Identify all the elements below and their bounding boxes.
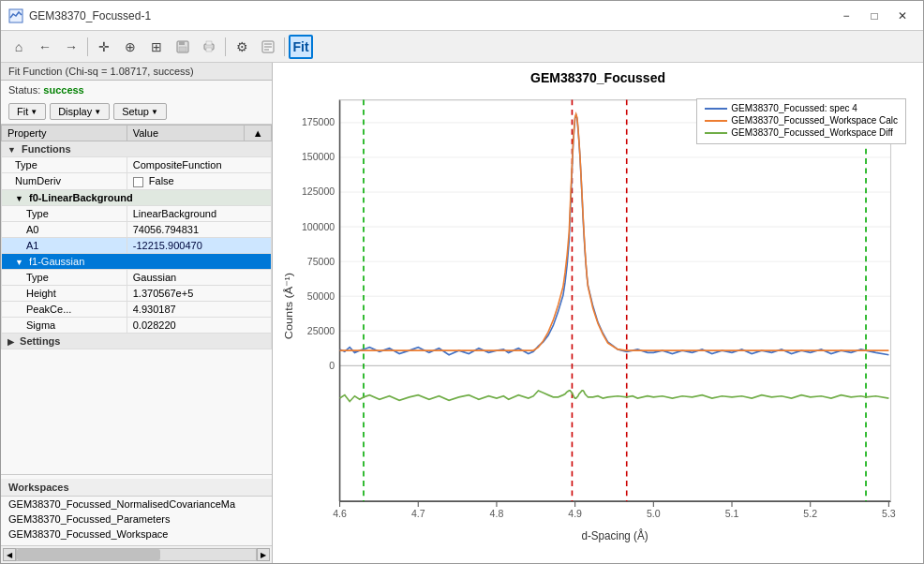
display-dropdown-arrow: ▼ — [94, 108, 101, 116]
status-row: Status: success — [1, 81, 272, 99]
toolbar-separator-1 — [87, 37, 88, 56]
property-table: Property Value ▲ — [1, 125, 272, 475]
fit-action-button[interactable]: Fit ▼ — [8, 103, 46, 120]
save-button[interactable] — [171, 35, 195, 59]
toolbar-separator-2 — [225, 37, 226, 56]
value-column-header: Value — [127, 126, 245, 141]
functions-section-header[interactable]: ▼ Functions — [2, 141, 272, 157]
settings-expand-icon: ▶ — [7, 337, 14, 347]
value-cell: Gaussian — [127, 269, 271, 285]
svg-text:175000: 175000 — [302, 116, 335, 128]
legend-item-diff: GEM38370_Focussed_Workspace Diff — [705, 127, 898, 138]
numderiv-checkbox[interactable] — [133, 177, 143, 187]
svg-text:5.3: 5.3 — [882, 508, 896, 520]
functions-expand-icon: ▼ — [7, 145, 16, 155]
svg-text:50000: 50000 — [307, 289, 335, 302]
scroll-left-button[interactable]: ◀ — [3, 548, 16, 561]
svg-text:d-Spacing (Å): d-Spacing (Å) — [581, 527, 648, 542]
chart-svg: 175000 150000 125000 100000 75000 50000 — [280, 89, 916, 556]
svg-text:4.9: 4.9 — [568, 508, 582, 520]
gaussian-section[interactable]: ▼ f1-Gaussian — [2, 253, 272, 269]
chart-area: 175000 150000 125000 100000 75000 50000 — [280, 89, 916, 556]
table-row: NumDeriv False — [2, 173, 272, 190]
linearbg-expand-icon: ▼ — [15, 194, 23, 203]
svg-rect-6 — [206, 48, 212, 52]
script-button[interactable] — [256, 35, 280, 59]
legend-item-spec4: GEM38370_Focussed: spec 4 — [705, 103, 898, 113]
display-action-button[interactable]: Display ▼ — [50, 103, 110, 120]
legend-label-calc: GEM38370_Focussed_Workspace Calc — [731, 115, 898, 126]
svg-text:0: 0 — [329, 359, 335, 371]
fit-dropdown-arrow: ▼ — [30, 108, 37, 116]
property-cell: NumDeriv — [2, 173, 127, 190]
fit-status-bar: Fit Function (Chi-sq = 1.08717, success) — [1, 63, 272, 81]
value-cell: LinearBackground — [127, 205, 271, 221]
svg-text:4.6: 4.6 — [333, 508, 347, 520]
legend-line-diff — [705, 132, 727, 134]
window-controls: − □ ✕ — [833, 7, 916, 25]
svg-text:125000: 125000 — [302, 186, 335, 198]
property-cell: Type — [2, 205, 127, 221]
property-cell: A1 — [2, 237, 127, 253]
home-button[interactable]: ⌂ — [7, 35, 31, 59]
close-button[interactable]: ✕ — [889, 7, 916, 25]
app-icon — [8, 8, 23, 23]
value-cell: 0.028220 — [127, 317, 271, 333]
setup-action-button[interactable]: Setup ▼ — [113, 103, 167, 120]
grid-button[interactable]: ⊞ — [144, 35, 169, 59]
main-content: Fit Function (Chi-sq = 1.08717, success)… — [1, 63, 923, 563]
legend-line-calc — [705, 120, 727, 122]
gaussian-expand-icon: ▼ — [15, 258, 23, 267]
linear-bg-section[interactable]: ▼ f0-LinearBackground — [2, 189, 272, 205]
pan-button[interactable]: ✛ — [92, 35, 116, 59]
minimize-button[interactable]: − — [833, 7, 859, 25]
chart-legend: GEM38370_Focussed: spec 4 GEM38370_Focus… — [696, 98, 906, 144]
legend-label-spec4: GEM38370_Focussed: spec 4 — [731, 103, 857, 113]
horizontal-scrollbar[interactable] — [16, 548, 257, 561]
settings-button[interactable]: ⚙ — [230, 35, 254, 59]
maximize-button[interactable]: □ — [861, 7, 887, 25]
workspace-item[interactable]: GEM38370_Focussed_NormalisedCovarianceMa — [1, 497, 272, 512]
legend-item-calc: GEM38370_Focussed_Workspace Calc — [705, 115, 898, 126]
left-panel: Fit Function (Chi-sq = 1.08717, success)… — [1, 63, 273, 563]
svg-rect-5 — [206, 41, 212, 45]
workspace-item[interactable]: GEM38370_Focussed_Workspace — [1, 527, 272, 542]
table-row: A0 74056.794831 — [2, 221, 272, 237]
value-cell: 1.370567e+5 — [127, 285, 271, 301]
property-cell: PeakCe... — [2, 301, 127, 317]
svg-text:75000: 75000 — [307, 255, 335, 267]
svg-text:5.0: 5.0 — [647, 508, 661, 520]
value-cell: 4.930187 — [127, 301, 271, 317]
table-row: Type CompositeFunction — [2, 157, 272, 173]
table-row: Type LinearBackground — [2, 205, 272, 221]
legend-line-spec4 — [705, 108, 727, 110]
print-button[interactable] — [197, 35, 221, 59]
workspace-item[interactable]: GEM38370_Focussed_Parameters — [1, 512, 272, 527]
fit-status-text: Fit Function (Chi-sq = 1.08717, success) — [8, 66, 194, 77]
fit-toolbar-button[interactable]: Fit — [289, 35, 313, 59]
forward-button[interactable]: → — [59, 35, 83, 59]
zoom-button[interactable]: ⊕ — [118, 35, 142, 59]
settings-section-header[interactable]: ▶ Settings — [2, 333, 272, 349]
svg-text:5.2: 5.2 — [803, 508, 817, 520]
property-cell: Sigma — [2, 317, 127, 333]
svg-text:4.8: 4.8 — [490, 508, 504, 520]
scroll-right-button[interactable]: ▶ — [257, 548, 270, 561]
right-panel: GEM38370_Focussed 175000 150000 125000 — [273, 63, 923, 563]
status-value: success — [43, 84, 83, 96]
scroll-up-header[interactable]: ▲ — [245, 126, 272, 141]
properties-table: Property Value ▲ — [1, 125, 272, 349]
workspaces-section: Workspaces GEM38370_Focussed_NormalisedC… — [1, 475, 272, 545]
back-button[interactable]: ← — [33, 35, 57, 59]
svg-text:4.7: 4.7 — [411, 508, 425, 520]
linearbg-label: f0-LinearBackground — [29, 192, 133, 203]
svg-text:150000: 150000 — [302, 151, 335, 163]
status-label: Status: — [8, 84, 40, 96]
svg-text:5.1: 5.1 — [725, 508, 739, 520]
value-cell: -12215.900470 — [127, 237, 271, 253]
svg-text:Counts (Å⁻¹): Counts (Å⁻¹) — [281, 273, 294, 339]
settings-label: Settings — [20, 335, 60, 347]
setup-dropdown-arrow: ▼ — [151, 108, 158, 116]
main-window: GEM38370_Focussed-1 − □ ✕ ⌂ ← → ✛ ⊕ ⊞ ⚙ … — [0, 0, 924, 564]
title-bar: GEM38370_Focussed-1 − □ ✕ — [1, 1, 923, 31]
